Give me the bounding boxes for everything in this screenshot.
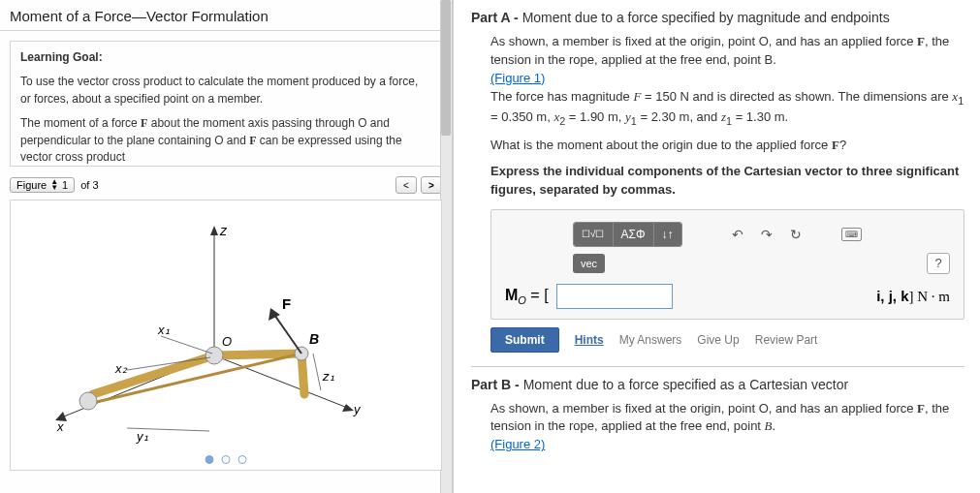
learning-goal-box: Learning Goal: To use the vector cross p…	[10, 41, 442, 167]
figure-canvas: z F B O x₁ x₂ z₁ y x y₁	[10, 200, 442, 471]
undo-icon[interactable]: ↶	[727, 227, 748, 242]
figure-1-link[interactable]: (Figure 1)	[490, 71, 545, 85]
figure-next-button[interactable]: >	[421, 176, 442, 194]
part-a-question: What is the moment about the origin due …	[490, 137, 964, 155]
units-label: i, j, k] N · m	[876, 288, 950, 305]
svg-marker-14	[269, 308, 280, 321]
part-b-heading: Part B - Moment due to a force specified…	[471, 377, 964, 392]
svg-text:x₂: x₂	[114, 361, 128, 376]
svg-marker-3	[342, 404, 354, 412]
action-row: Submit Hints My Answers Give Up Review P…	[490, 327, 964, 353]
mo-label: MO = [	[505, 287, 549, 306]
svg-text:y: y	[353, 402, 362, 416]
svg-text:z₁: z₁	[322, 369, 334, 384]
svg-text:F: F	[282, 295, 291, 312]
stepper-icon[interactable]: ▲▼	[50, 179, 58, 191]
svg-text:x₁: x₁	[157, 323, 170, 337]
pager-dot-3[interactable]	[238, 455, 247, 464]
svg-text:x: x	[56, 419, 64, 434]
svg-text:B: B	[309, 331, 319, 347]
svg-line-17	[313, 354, 321, 390]
part-a-instruction: Express the individual components of the…	[490, 163, 964, 200]
figure-label: Figure	[16, 179, 47, 191]
hints-link[interactable]: Hints	[575, 333, 604, 347]
svg-text:y₁: y₁	[136, 429, 148, 444]
pager-dot-2[interactable]	[222, 455, 231, 464]
pager-dot-1[interactable]	[205, 455, 214, 464]
svg-line-15	[161, 336, 212, 354]
my-answers-link[interactable]: My Answers	[619, 333, 682, 347]
part-b-intro: As shown, a member is fixed at the origi…	[490, 400, 964, 455]
part-a-heading: Part A - Moment due to a force specified…	[471, 10, 964, 25]
svg-text:z: z	[219, 223, 228, 238]
answer-input[interactable]	[556, 284, 673, 309]
learning-goal-heading: Learning Goal:	[20, 49, 431, 66]
svg-point-12	[79, 392, 97, 410]
keyboard-icon[interactable]: ⌨	[841, 228, 862, 241]
figure-nav-bar: Figure ▲▼ 1 of 3 < >	[10, 176, 442, 194]
help-button[interactable]: ?	[927, 253, 950, 274]
part-a-intro: As shown, a member is fixed at the origi…	[490, 33, 964, 129]
svg-point-10	[205, 347, 223, 364]
figure-prev-button[interactable]: <	[395, 176, 417, 194]
svg-line-13	[272, 312, 301, 354]
figure-select[interactable]: Figure ▲▼ 1	[10, 177, 75, 193]
format-toolbar: ☐√☐ ΑΣΦ ↓↑	[573, 222, 682, 247]
redo-icon[interactable]: ↷	[756, 227, 777, 242]
answer-box: ☐√☐ ΑΣΦ ↓↑ ↶ ↷ ↻ ⌨ vec ? MO = [ i, j, k]…	[490, 209, 964, 320]
svg-text:O: O	[222, 334, 232, 349]
figure-of-text: of 3	[80, 179, 98, 191]
scrollbar-thumb[interactable]	[441, 0, 451, 136]
learning-goal-p1: To use the vector cross product to calcu…	[20, 74, 431, 108]
page-title: Moment of a Force—Vector Formulation	[0, 0, 452, 31]
figure-2-link[interactable]: (Figure 2)	[490, 437, 545, 451]
figure-current: 1	[62, 179, 68, 191]
subscript-button[interactable]: ↓↑	[654, 223, 681, 246]
template-button[interactable]: ☐√☐	[574, 223, 614, 246]
figure-diagram: z F B O x₁ x₂ z₁ y x y₁	[11, 200, 437, 452]
svg-marker-1	[210, 226, 218, 235]
vec-button[interactable]: vec	[573, 254, 605, 273]
divider	[471, 366, 964, 367]
submit-button[interactable]: Submit	[490, 327, 559, 353]
greek-button[interactable]: ΑΣΦ	[614, 223, 654, 246]
learning-goal-p2: The moment of a force F about the moment…	[20, 115, 431, 166]
review-part-link[interactable]: Review Part	[755, 333, 818, 347]
reset-icon[interactable]: ↻	[785, 227, 806, 242]
give-up-link[interactable]: Give Up	[697, 333, 739, 347]
figure-pager	[205, 455, 247, 464]
